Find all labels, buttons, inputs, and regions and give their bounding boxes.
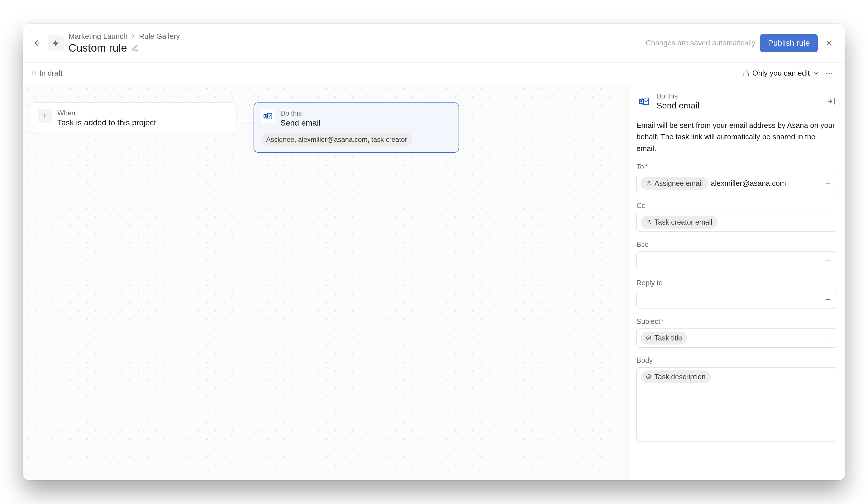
add-trigger-icon-box bbox=[38, 109, 52, 123]
person-icon bbox=[646, 219, 652, 225]
plus-icon bbox=[824, 218, 832, 226]
subject-field-group: Subject* Task title bbox=[637, 317, 837, 348]
outlook-icon bbox=[638, 96, 650, 107]
collapse-panel-button[interactable] bbox=[826, 96, 837, 107]
bcc-label: Bcc bbox=[637, 240, 837, 249]
check-circle-icon bbox=[646, 374, 652, 380]
trigger-title: Task is added to this project bbox=[58, 118, 156, 127]
panel-description: Email will be sent from your email addre… bbox=[637, 119, 837, 154]
body-field-group: Body Task description bbox=[637, 356, 837, 441]
svg-point-22 bbox=[648, 220, 650, 222]
trigger-node[interactable]: When Task is added to this project bbox=[31, 103, 236, 134]
close-icon bbox=[825, 39, 834, 48]
edit-access-dropdown[interactable]: Only you can edit bbox=[743, 69, 819, 77]
outlook-icon bbox=[263, 111, 273, 121]
action-summary-chips: Assignee, alexmiller@asana.com, task cre… bbox=[261, 133, 452, 146]
replyto-label: Reply to bbox=[637, 279, 837, 287]
breadcrumb-section[interactable]: Rule Gallery bbox=[139, 32, 180, 41]
chevron-down-icon bbox=[813, 70, 819, 76]
person-icon bbox=[646, 180, 652, 186]
body: When Task is added to this project Do th… bbox=[23, 84, 845, 480]
cc-token-creator[interactable]: Task creator email bbox=[641, 216, 717, 229]
draft-status: In draft bbox=[39, 69, 63, 77]
action-config-panel: Do this Send email Email will be sent fr… bbox=[628, 84, 845, 480]
flow-row: When Task is added to this project Do th… bbox=[31, 103, 620, 153]
edit-access-label: Only you can edit bbox=[752, 69, 810, 77]
body-input[interactable]: Task description bbox=[637, 367, 837, 441]
plus-icon bbox=[824, 334, 832, 342]
subject-add-button[interactable] bbox=[823, 333, 833, 343]
replyto-field-group: Reply to bbox=[637, 279, 837, 309]
plus-icon bbox=[41, 112, 49, 119]
panel-head-icon bbox=[637, 94, 651, 109]
trigger-eyebrow: When bbox=[58, 109, 156, 117]
body-add-button[interactable] bbox=[823, 428, 833, 438]
title-row: Custom rule bbox=[69, 42, 180, 54]
panel-eyebrow: Do this bbox=[657, 92, 699, 100]
header: Marketing Launch Rule Gallery Custom rul… bbox=[23, 24, 845, 63]
subject-input[interactable]: Task title bbox=[637, 328, 837, 348]
more-actions-button[interactable] bbox=[822, 66, 836, 80]
cc-add-button[interactable] bbox=[823, 217, 833, 227]
subject-label: Subject* bbox=[637, 317, 837, 326]
svg-point-32 bbox=[647, 375, 651, 379]
pencil-icon bbox=[131, 44, 138, 52]
breadcrumb-project[interactable]: Marketing Launch bbox=[69, 32, 128, 41]
flow-connector bbox=[235, 121, 257, 121]
plus-icon bbox=[824, 296, 832, 303]
action-eyebrow: Do this bbox=[280, 109, 320, 117]
svg-point-29 bbox=[647, 336, 651, 340]
arrow-left-icon bbox=[33, 39, 42, 48]
cc-input[interactable]: Task creator email bbox=[637, 213, 837, 232]
panel-title: Send email bbox=[657, 101, 699, 111]
to-input[interactable]: Assignee email alexmiller@asana.com bbox=[637, 174, 837, 193]
cc-label: Cc bbox=[637, 201, 837, 210]
bcc-field-group: Bcc bbox=[637, 240, 837, 270]
subheader: In draft Only you can edit bbox=[23, 63, 845, 84]
back-button[interactable] bbox=[32, 38, 43, 49]
rule-builder-window: Marketing Launch Rule Gallery Custom rul… bbox=[23, 24, 845, 480]
autosave-note: Changes are saved automatically bbox=[645, 39, 755, 48]
replyto-add-button[interactable] bbox=[823, 295, 833, 304]
more-horizontal-icon bbox=[825, 69, 833, 77]
action-summary-chip: Assignee, alexmiller@asana.com, task cre… bbox=[261, 133, 412, 146]
panel-head: Do this Send email bbox=[637, 92, 837, 111]
edit-title-button[interactable] bbox=[131, 44, 138, 52]
plus-icon bbox=[824, 179, 832, 187]
lock-icon bbox=[743, 70, 750, 77]
to-add-button[interactable] bbox=[823, 178, 833, 188]
svg-rect-3 bbox=[744, 73, 748, 76]
to-token-assignee[interactable]: Assignee email bbox=[641, 177, 708, 190]
subject-token-task-title[interactable]: Task title bbox=[641, 332, 687, 345]
action-title: Send email bbox=[280, 118, 320, 128]
collapse-right-icon bbox=[827, 97, 836, 106]
outlook-icon-box bbox=[261, 109, 275, 123]
bcc-input[interactable] bbox=[637, 251, 837, 270]
svg-point-6 bbox=[831, 73, 832, 74]
breadcrumb: Marketing Launch Rule Gallery bbox=[69, 32, 180, 41]
page-title: Custom rule bbox=[69, 42, 127, 54]
plus-icon bbox=[824, 429, 832, 437]
svg-point-19 bbox=[648, 181, 650, 183]
bolt-icon bbox=[52, 39, 60, 48]
body-token-task-desc[interactable]: Task description bbox=[641, 370, 711, 383]
to-text-email: alexmiller@asana.com bbox=[711, 179, 786, 188]
to-label: To* bbox=[637, 163, 837, 171]
rule-icon-box bbox=[48, 35, 64, 51]
check-circle-icon bbox=[646, 335, 652, 341]
cc-field-group: Cc Task creator email bbox=[637, 201, 837, 232]
header-main: Marketing Launch Rule Gallery Custom rul… bbox=[69, 32, 180, 54]
svg-point-5 bbox=[829, 73, 830, 74]
svg-point-4 bbox=[826, 73, 828, 74]
plus-icon bbox=[824, 257, 832, 264]
replyto-input[interactable] bbox=[637, 290, 837, 309]
close-button[interactable] bbox=[822, 36, 836, 50]
status-dot-icon bbox=[32, 71, 36, 75]
publish-button[interactable]: Publish rule bbox=[760, 34, 818, 52]
rule-canvas[interactable]: When Task is added to this project Do th… bbox=[23, 84, 628, 480]
to-field-group: To* Assignee email alexmiller@asana.com bbox=[637, 163, 837, 193]
body-label: Body bbox=[637, 356, 837, 365]
chevron-right-icon bbox=[131, 33, 136, 39]
bcc-add-button[interactable] bbox=[823, 256, 833, 266]
action-node[interactable]: Do this Send email Assignee, alexmiller@… bbox=[254, 103, 459, 153]
